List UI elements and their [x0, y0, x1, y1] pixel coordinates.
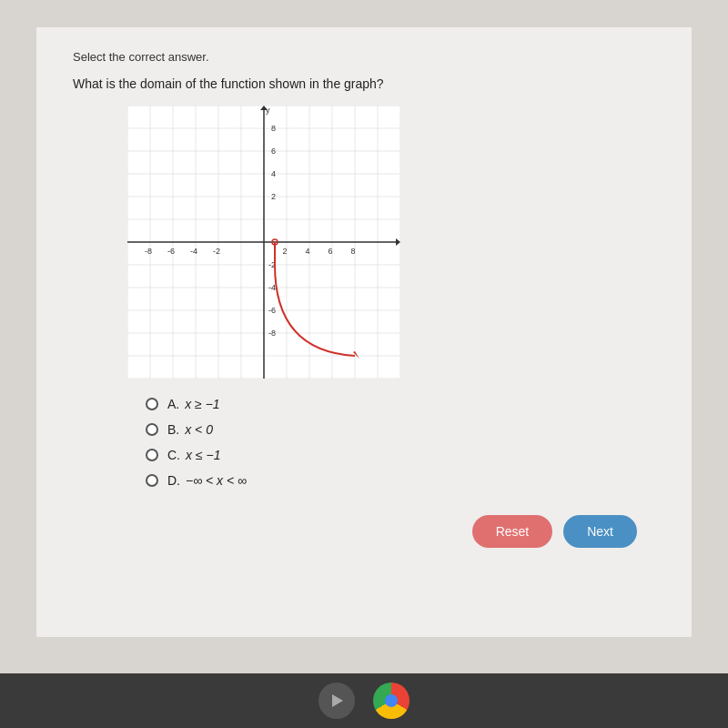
- taskbar: [0, 673, 728, 728]
- radio-c[interactable]: [146, 449, 158, 461]
- svg-text:y: y: [266, 106, 270, 115]
- math-b: x < 0: [185, 422, 213, 437]
- label-d: D.: [167, 473, 180, 488]
- label-b: B.: [167, 422, 179, 437]
- main-content: Select the correct answer. What is the d…: [36, 27, 692, 637]
- label-c: C.: [167, 448, 180, 462]
- instruction-text: Select the correct answer.: [73, 50, 655, 64]
- chrome-center: [385, 694, 398, 707]
- svg-text:2: 2: [271, 192, 276, 201]
- graph-svg: -2 -4 -6 -8 2 4 6 8 x 8 6 4 2 -2 -4 -6 -…: [127, 106, 400, 379]
- next-button[interactable]: Next: [563, 515, 637, 548]
- answer-option-b[interactable]: B. x < 0: [146, 422, 655, 437]
- radio-b[interactable]: [146, 423, 158, 436]
- answer-option-c[interactable]: C. x ≤ −1: [146, 448, 655, 462]
- chrome-icon[interactable]: [373, 682, 410, 719]
- svg-text:-8: -8: [145, 247, 152, 256]
- svg-text:4: 4: [271, 169, 276, 178]
- svg-text:2: 2: [282, 247, 287, 256]
- graph-area: -2 -4 -6 -8 2 4 6 8 x 8 6 4 2 -2 -4 -6 -…: [127, 106, 400, 379]
- play-icon[interactable]: [318, 682, 355, 719]
- svg-text:8: 8: [271, 124, 276, 133]
- radio-d[interactable]: [146, 474, 158, 487]
- question-text: What is the domain of the function shown…: [73, 76, 655, 91]
- svg-marker-47: [332, 694, 343, 707]
- svg-text:-4: -4: [190, 247, 197, 256]
- svg-text:-6: -6: [167, 247, 175, 256]
- svg-text:-2: -2: [213, 247, 220, 256]
- svg-text:-4: -4: [268, 283, 276, 292]
- math-a: x ≥ −1: [185, 397, 219, 411]
- math-c: x ≤ −1: [186, 448, 220, 462]
- math-d: −∞ < x < ∞: [186, 473, 247, 488]
- svg-text:4: 4: [305, 247, 309, 256]
- label-a: A.: [167, 397, 179, 411]
- answer-option-d[interactable]: D. −∞ < x < ∞: [146, 473, 655, 488]
- answers-container: A. x ≥ −1 B. x < 0 C. x ≤ −1 D. −∞ < x <…: [146, 397, 655, 488]
- buttons-row: Reset Next: [73, 515, 655, 548]
- svg-text:-6: -6: [268, 306, 276, 315]
- reset-button[interactable]: Reset: [472, 515, 553, 548]
- answer-option-a[interactable]: A. x ≥ −1: [146, 397, 655, 411]
- svg-text:6: 6: [271, 147, 276, 156]
- svg-text:-8: -8: [268, 329, 276, 338]
- svg-text:8: 8: [350, 247, 355, 256]
- radio-a[interactable]: [146, 398, 158, 410]
- svg-text:6: 6: [328, 247, 332, 256]
